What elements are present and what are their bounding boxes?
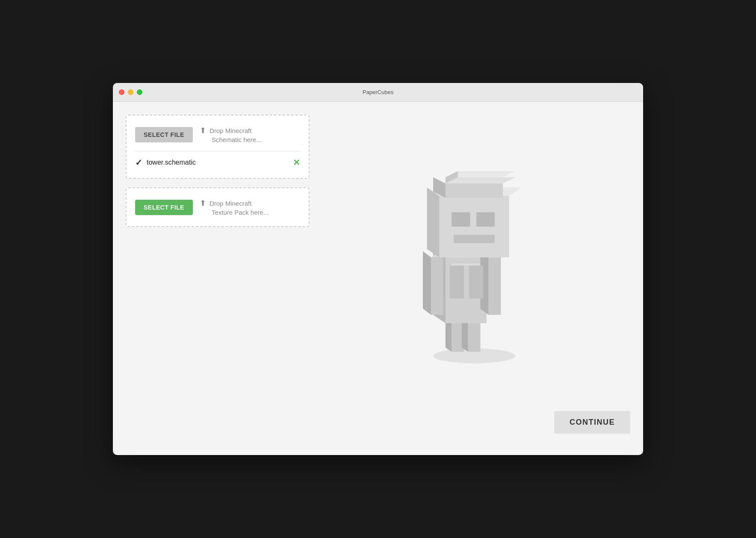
- right-panel: CONTINUE: [318, 115, 630, 442]
- svg-marker-4: [468, 323, 481, 352]
- texture-drop-text-1: Drop Minecraft: [210, 200, 251, 207]
- schematic-select-file-button[interactable]: SELECT FILE: [135, 127, 193, 142]
- schematic-filename: tower.schematic: [147, 159, 289, 166]
- schematic-drop-line1: ⬆ Drop Minecraft: [200, 126, 251, 135]
- svg-marker-21: [446, 177, 515, 183]
- svg-rect-25: [476, 212, 495, 227]
- svg-rect-29: [452, 263, 480, 266]
- texture-drop-text-2: Texture Pack here...: [212, 209, 269, 216]
- window-title: PaperCubes: [363, 89, 393, 95]
- schematic-drop-hint: ⬆ Drop Minecraft Schematic here...: [200, 126, 262, 143]
- texture-drop-row: SELECT FILE ⬆ Drop Minecraft Texture Pac…: [135, 198, 300, 216]
- svg-marker-19: [446, 183, 503, 198]
- svg-marker-2: [446, 319, 452, 352]
- texture-drop-line1: ⬆ Drop Minecraft: [200, 198, 251, 208]
- main-content: SELECT FILE ⬆ Drop Minecraft Schematic h…: [113, 102, 643, 455]
- traffic-lights: [119, 89, 142, 95]
- left-panel: SELECT FILE ⬆ Drop Minecraft Schematic h…: [126, 115, 310, 442]
- svg-rect-26: [454, 235, 495, 243]
- texture-upload-icon: ⬆: [200, 198, 206, 208]
- schematic-file-row: ✓ tower.schematic ✕: [135, 151, 300, 168]
- minecraft-model-svg: [384, 163, 564, 368]
- maximize-button[interactable]: [137, 89, 142, 95]
- schematic-check-icon: ✓: [135, 157, 142, 168]
- schematic-upload-icon: ⬆: [200, 126, 206, 135]
- schematic-drop-text-2: Schematic here...: [212, 136, 262, 143]
- svg-marker-11: [423, 251, 431, 315]
- schematic-drop-row: SELECT FILE ⬆ Drop Minecraft Schematic h…: [135, 126, 300, 143]
- texture-select-file-button[interactable]: SELECT FILE: [135, 200, 193, 215]
- model-preview: [318, 115, 630, 417]
- svg-marker-13: [489, 257, 501, 315]
- schematic-clear-button[interactable]: ✕: [293, 157, 300, 168]
- svg-marker-17: [427, 188, 440, 257]
- app-window: PaperCubes SELECT FILE ⬆ Drop Minecraft …: [113, 83, 643, 455]
- titlebar: PaperCubes: [113, 83, 643, 102]
- schematic-drop-text-1: Drop Minecraft: [210, 127, 251, 134]
- svg-rect-27: [449, 266, 464, 299]
- svg-rect-24: [452, 212, 470, 227]
- texture-dropzone[interactable]: SELECT FILE ⬆ Drop Minecraft Texture Pac…: [126, 187, 310, 227]
- svg-marker-5: [462, 319, 468, 352]
- svg-marker-16: [439, 196, 509, 257]
- schematic-dropzone[interactable]: SELECT FILE ⬆ Drop Minecraft Schematic h…: [126, 115, 310, 179]
- svg-marker-10: [431, 257, 443, 315]
- close-button[interactable]: [119, 89, 124, 95]
- texture-drop-hint: ⬆ Drop Minecraft Texture Pack here...: [200, 198, 269, 216]
- svg-rect-28: [469, 266, 484, 299]
- continue-button[interactable]: CONTINUE: [554, 411, 630, 434]
- minimize-button[interactable]: [128, 89, 133, 95]
